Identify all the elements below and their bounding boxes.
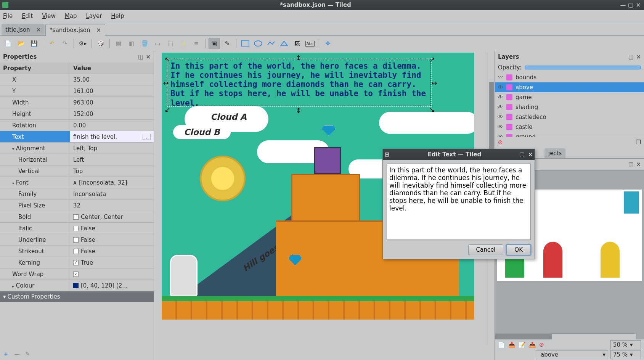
map-zoom-combo[interactable]: 75 %▾ <box>610 350 641 359</box>
menu-file[interactable]: File <box>3 13 13 19</box>
layer-row[interactable]: 👁castledeco <box>495 112 644 122</box>
visible-icon[interactable]: 👁 <box>497 104 503 111</box>
tab-sandbox-json[interactable]: *sandbox.json × <box>45 24 105 36</box>
menu-layer[interactable]: Layer <box>86 13 102 19</box>
resize-handle-nw[interactable]: ↖ <box>164 56 171 63</box>
close-panel-icon[interactable]: × <box>146 53 151 60</box>
property-row[interactable]: X 35.00 <box>0 74 154 85</box>
property-value[interactable]: [0, 40, 120] (2... <box>70 280 154 291</box>
edit-text-textarea[interactable] <box>387 164 531 240</box>
embed-tileset-icon[interactable]: 📥 <box>508 341 516 348</box>
property-row[interactable]: Bold Center, Center <box>0 211 154 223</box>
property-row[interactable]: Horizontal Left <box>0 154 154 166</box>
select-rect-tool[interactable]: ⬚ <box>165 38 176 49</box>
window-close[interactable]: × <box>636 2 641 8</box>
property-value[interactable]: 0.00 <box>70 120 154 131</box>
undock-icon[interactable]: ◫ <box>138 53 143 60</box>
resize-handle-ne[interactable]: ↗ <box>429 56 435 63</box>
property-value[interactable]: Top <box>70 166 154 177</box>
delete-tileset-icon[interactable]: ⊘ <box>539 341 544 348</box>
resize-handle-w[interactable]: ↔ <box>162 79 169 86</box>
property-value[interactable]: 32 <box>70 200 154 211</box>
dialog-close[interactable]: × <box>526 151 535 158</box>
resize-handle-se[interactable]: ↘ <box>429 106 435 113</box>
menu-map[interactable]: Map <box>65 13 77 19</box>
insert-polygon-tool[interactable] <box>278 38 290 49</box>
visible-icon[interactable]: 👁 <box>497 114 503 121</box>
property-value[interactable]: ✓ <box>70 268 154 280</box>
select-wand-tool[interactable]: ✨ <box>178 38 189 49</box>
edit-tileset-icon[interactable]: 📝 <box>519 341 526 348</box>
insert-text-tool[interactable]: Abc <box>304 38 316 49</box>
layer-row[interactable]: 〰bounds <box>495 72 644 82</box>
dialog-titlebar[interactable]: ⊞ Edit Text — Tiled ▢ × <box>383 149 535 160</box>
property-value[interactable]: False <box>70 246 154 257</box>
hidden-icon[interactable]: 〰 <box>497 74 503 81</box>
property-value[interactable]: 963.00 <box>70 97 154 108</box>
export-tileset-icon[interactable]: 📤 <box>529 341 536 348</box>
property-value[interactable]: finish the level.... <box>70 131 154 142</box>
edit-polygons-tool[interactable]: ✎ <box>222 38 233 49</box>
resize-handle-s[interactable]: ↕ <box>295 107 302 114</box>
close-icon[interactable]: × <box>36 26 41 33</box>
save-button[interactable]: 💾 <box>28 38 40 49</box>
property-value[interactable]: 161.00 <box>70 85 154 96</box>
checkbox[interactable]: ✓ <box>73 272 79 277</box>
property-value[interactable]: ᴀ [Inconsolata, 32] <box>70 177 154 188</box>
ellipsis-button[interactable]: ... <box>143 134 151 140</box>
property-row[interactable]: Italic False <box>0 223 154 234</box>
select-objects-tool[interactable]: ▣ <box>209 38 220 49</box>
command-button[interactable]: ⚙▸ <box>77 38 88 49</box>
new-file-button[interactable]: 📄 <box>2 38 14 49</box>
cancel-button[interactable]: Cancel <box>468 244 504 255</box>
property-row[interactable]: Strikeout False <box>0 246 154 257</box>
property-value[interactable]: Center, Center <box>70 211 154 222</box>
edit-property-button[interactable]: ✎ <box>25 350 30 357</box>
layer-row[interactable]: 👁castle <box>495 122 644 132</box>
fill-tool[interactable]: 🪣 <box>139 38 150 49</box>
eraser-tool[interactable]: ▭ <box>152 38 163 49</box>
property-row[interactable]: Pixel Size 32 <box>0 200 154 211</box>
tab-title-json[interactable]: title.json × <box>2 24 45 35</box>
property-row[interactable]: Word Wrap✓ <box>0 268 154 280</box>
property-row[interactable]: Kerning✓ True <box>0 257 154 268</box>
checkbox[interactable] <box>73 237 79 243</box>
window-minimize[interactable]: — <box>620 2 626 8</box>
undo-button[interactable]: ↶ <box>46 38 58 49</box>
current-layer-combo[interactable]: above ▾ <box>536 350 608 359</box>
layer-row[interactable]: 👁above <box>495 82 644 92</box>
new-tileset-icon[interactable]: 📄 <box>498 341 505 348</box>
menu-edit[interactable]: Edit <box>22 13 33 19</box>
property-value[interactable]: 152.00 <box>70 108 154 119</box>
insert-rectangle-tool[interactable] <box>239 38 251 49</box>
property-value[interactable]: False <box>70 234 154 245</box>
window-maximize[interactable]: ▢ <box>628 2 633 8</box>
custom-properties-header[interactable]: ▾ Custom Properties <box>0 291 154 302</box>
property-value[interactable]: Left <box>70 154 154 165</box>
random-button[interactable]: 🎲 <box>95 38 106 49</box>
resize-handle-e[interactable]: ↔ <box>431 79 438 86</box>
undock-icon[interactable]: ◫ <box>628 161 634 168</box>
ok-button[interactable]: OK <box>506 244 531 255</box>
property-row[interactable]: Width 963.00 <box>0 97 154 108</box>
property-value[interactable]: Inconsolata <box>70 188 154 199</box>
checkbox[interactable] <box>73 214 79 220</box>
property-row[interactable]: Underline False <box>0 234 154 246</box>
tileset-zoom-combo[interactable]: 50 %▾ <box>610 340 641 349</box>
visible-icon[interactable]: 👁 <box>497 133 503 137</box>
insert-ellipse-tool[interactable] <box>252 38 264 49</box>
open-file-button[interactable]: 📂 <box>15 38 27 49</box>
layer-row[interactable]: 👁ground <box>495 132 644 137</box>
checkbox[interactable] <box>73 226 79 231</box>
stamp-tool[interactable]: ▦ <box>113 38 124 49</box>
resize-handle-sw[interactable]: ↙ <box>164 106 171 113</box>
property-row[interactable]: Height 152.00 <box>0 108 154 120</box>
layer-row[interactable]: 👁shading <box>495 102 644 112</box>
property-row[interactable]: Text finish the level.... <box>0 131 154 143</box>
dialog-restore[interactable]: ▢ <box>518 151 526 158</box>
property-row[interactable]: ▸ Colour [0, 40, 120] (2... <box>0 280 154 291</box>
insert-polyline-tool[interactable] <box>265 38 277 49</box>
move-tool[interactable]: ✥ <box>322 38 334 49</box>
property-row[interactable]: Y 161.00 <box>0 85 154 97</box>
property-value[interactable]: 35.00 <box>70 74 154 85</box>
